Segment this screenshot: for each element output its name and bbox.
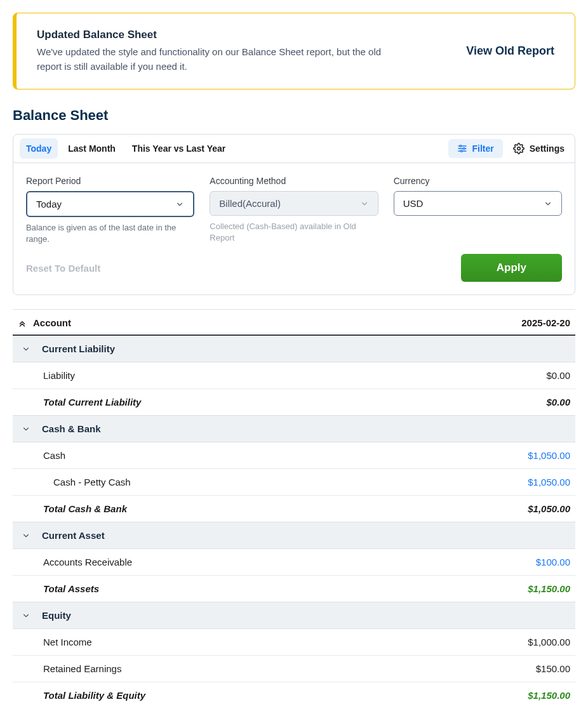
currency-col: Currency USD [394,176,562,245]
total-value: $1,150.00 [528,583,570,594]
total-label: Total Cash & Bank [43,503,127,514]
notice-text: We've updated the style and functionalit… [37,45,392,74]
collapse-all-icon[interactable] [18,319,27,328]
accounting-method-select: Billed(Accural) [210,191,378,216]
row-value: $0.00 [546,370,570,381]
tab-today[interactable]: Today [20,138,58,159]
chevron-down-icon [22,611,30,620]
svg-point-6 [518,147,521,150]
row-label: Accounts Receivable [43,557,132,567]
apply-button[interactable]: Apply [461,254,562,282]
report-period-value: Today [36,199,62,209]
settings-button[interactable]: Settings [509,138,568,159]
table-row: Liability$0.00 [13,362,575,389]
total-label: Total Current Liability [43,397,141,407]
svg-point-5 [460,150,462,152]
section-header[interactable]: Current Liability [13,336,575,362]
section-title: Current Asset [42,530,105,541]
panel-topbar: Today Last Month This Year vs Last Year … [13,135,575,163]
row-label: Retained Earnings [43,663,121,674]
accounting-method-help: Collected (Cash-Based) available in Old … [210,221,378,244]
table-header-left: Account [18,317,71,328]
table-row: Retained Earnings$150.00 [13,656,575,682]
filter-label: Filter [472,143,494,154]
update-notice-banner: Updated Balance Sheet We've updated the … [13,13,575,89]
total-row: Total Liability & Equity$1,150.00 [13,682,575,702]
table-row: Net Income$1,000.00 [13,629,575,656]
table-row: Cash$1,050.00 [13,442,575,469]
date-column-header: 2025-02-20 [521,317,570,328]
table-row: Accounts Receivable$100.00 [13,549,575,576]
row-label: Cash [43,450,65,461]
reset-to-default-link[interactable]: Reset To Default [26,263,100,274]
section-title: Cash & Bank [42,423,101,434]
report-period-help: Balance is given as of the last date in … [26,222,194,245]
total-label: Total Assets [43,583,99,594]
form-row: Report Period Today Balance is given as … [26,176,562,245]
row-value: $150.00 [536,663,570,674]
view-old-report-link[interactable]: View Old Report [466,44,554,58]
chevron-down-icon [360,199,369,208]
row-value: $1,000.00 [528,637,570,647]
report-period-select[interactable]: Today [26,191,194,217]
filter-panel: Today Last Month This Year vs Last Year … [13,134,575,295]
row-value[interactable]: $1,050.00 [528,450,570,461]
report-period-col: Report Period Today Balance is given as … [26,176,194,245]
gear-icon [513,143,525,154]
row-value[interactable]: $1,050.00 [528,477,570,487]
currency-value: USD [403,198,424,209]
row-value[interactable]: $100.00 [536,557,570,567]
topbar-actions: Filter Settings [448,138,568,159]
chevron-down-icon [544,199,552,208]
date-range-tabs: Today Last Month This Year vs Last Year [20,138,232,159]
chevron-down-icon [22,345,30,354]
page-title: Balance Sheet [13,107,575,124]
balance-sheet-table: Account 2025-02-20 Current LiabilityLiab… [13,309,575,702]
total-row: Total Cash & Bank$1,050.00 [13,496,575,522]
panel-body: Report Period Today Balance is given as … [13,163,575,295]
currency-label: Currency [394,176,562,186]
svg-point-3 [463,148,465,150]
total-label: Total Liability & Equity [43,690,145,701]
notice-title: Updated Balance Sheet [37,29,453,41]
row-label: Net Income [43,637,92,647]
chevron-down-icon [22,531,30,540]
total-value: $0.00 [546,397,570,407]
currency-select[interactable]: USD [394,191,562,216]
filter-icon [457,143,467,154]
panel-footer: Reset To Default Apply [26,254,562,282]
total-value: $1,150.00 [528,690,570,701]
table-header: Account 2025-02-20 [13,310,575,336]
total-value: $1,050.00 [528,503,570,514]
accounting-method-value: Billed(Accural) [219,198,281,209]
tab-compare-year[interactable]: This Year vs Last Year [126,138,232,159]
section-header[interactable]: Equity [13,602,575,629]
section-title: Equity [42,610,71,621]
chevron-down-icon [22,425,30,434]
section-header[interactable]: Current Asset [13,522,575,549]
table-body: Current LiabilityLiability$0.00Total Cur… [13,336,575,702]
chevron-down-icon [175,200,184,209]
accounting-method-col: Accounting Method Billed(Accural) Collec… [210,176,378,245]
tab-last-month[interactable]: Last Month [62,138,122,159]
settings-label: Settings [530,143,565,154]
svg-point-1 [460,145,462,147]
row-label: Liability [43,370,75,381]
total-row: Total Assets$1,150.00 [13,576,575,602]
notice-content: Updated Balance Sheet We've updated the … [37,29,453,74]
row-label: Cash - Petty Cash [53,477,131,487]
account-column-header: Account [33,317,71,328]
table-row: Cash - Petty Cash$1,050.00 [13,469,575,496]
total-row: Total Current Liability$0.00 [13,389,575,416]
report-period-label: Report Period [26,176,194,186]
section-title: Current Liability [42,343,115,354]
filter-button[interactable]: Filter [448,139,503,158]
section-header[interactable]: Cash & Bank [13,416,575,442]
accounting-method-label: Accounting Method [210,176,378,186]
